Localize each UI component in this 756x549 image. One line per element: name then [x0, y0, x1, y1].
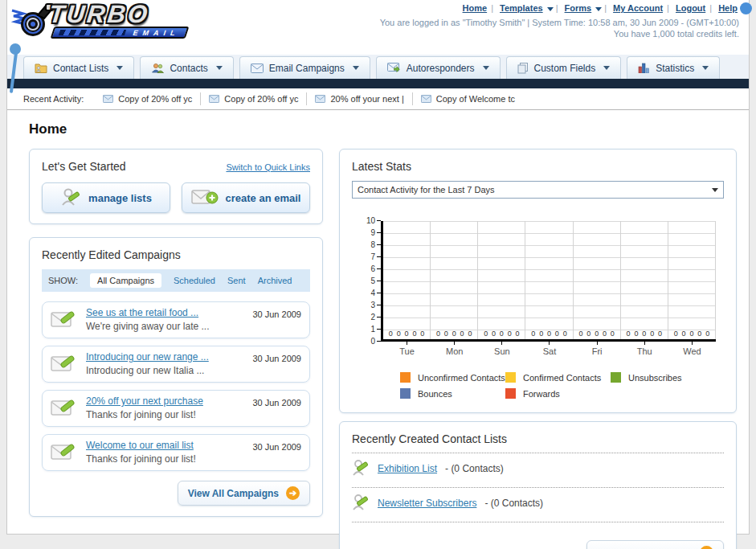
chevron-down-icon: [603, 66, 610, 70]
separator: |: [604, 3, 607, 13]
get-started-title: Let's Get Started: [42, 160, 126, 173]
campaigns-filterbar: SHOW: All Campaigns Scheduled Sent Archi…: [42, 269, 310, 292]
navy-divider-bar: [7, 79, 749, 88]
campaign-title-link[interactable]: Welcome to our email list: [86, 440, 244, 451]
data-value-label: 0: [389, 330, 393, 338]
envelope-icon: [315, 95, 325, 103]
main-content: Home Let's Get Started Switch to Quick L…: [7, 110, 749, 549]
chevron-down-icon: [595, 7, 602, 11]
x-axis-label: Fri: [574, 342, 621, 356]
bar-chart-icon: [638, 63, 650, 73]
nav-link-logout[interactable]: Logout: [676, 3, 705, 13]
campaign-date: 30 Jun 2009: [252, 442, 301, 452]
data-value-label: 0: [420, 330, 424, 338]
filter-scheduled[interactable]: Scheduled: [174, 276, 215, 285]
data-value-label: 0: [397, 330, 401, 338]
turbocharger-icon: [10, 2, 54, 39]
y-tick-label: 10: [366, 216, 381, 225]
chart-day-group: 00000: [525, 221, 573, 339]
nav-link-forms[interactable]: Forms: [565, 3, 592, 13]
campaign-date: 30 Jun 2009: [252, 398, 301, 408]
data-value-label: 0: [444, 330, 448, 338]
stats-period-select[interactable]: Contact Activity for the Last 7 Days: [352, 181, 724, 199]
tab-label: Autoresponders: [407, 63, 475, 74]
campaign-list-item[interactable]: Welcome to our email list Thanks for joi…: [42, 434, 310, 471]
header: TURBO EMAIL Home| Templates| Forms| My A…: [7, 0, 749, 55]
tab-autoresponders[interactable]: Autoresponders: [376, 56, 501, 79]
campaign-list-item[interactable]: 20% off your next purchase Thanks for jo…: [42, 390, 310, 427]
view-all-campaigns-button[interactable]: View All Campaigns ➔: [178, 481, 310, 506]
tab-contact-lists[interactable]: Contact Lists: [23, 56, 134, 79]
contact-lists-title: Recently Created Contact Lists: [352, 432, 724, 445]
nav-link-templates[interactable]: Templates: [500, 3, 543, 13]
recent-activity-label: Recent Activity:: [23, 94, 84, 104]
tab-custom-fields[interactable]: Custom Fields: [506, 56, 622, 79]
recent-activity-item[interactable]: Copy of 20% off yc: [201, 92, 307, 105]
recent-activity-item[interactable]: Copy of 20% off yc: [95, 92, 201, 105]
envelope-arrow-icon: [387, 63, 401, 73]
legend-swatch: [400, 372, 411, 383]
campaign-list: See us at the retail food ... We're givi…: [42, 301, 310, 471]
data-value-label: 0: [634, 330, 638, 338]
arrow-right-icon: ➔: [700, 546, 713, 549]
decorative-dot: [740, 2, 752, 14]
data-value-label: 0: [689, 330, 693, 338]
people-icon: [151, 63, 164, 73]
header-right: Home| Templates| Forms| My Account| Logo…: [380, 3, 739, 39]
contact-list-item[interactable]: Exhibition List - (0 Contacts): [352, 453, 724, 480]
data-value-label: 0: [547, 330, 551, 338]
data-value-label: 0: [627, 330, 631, 338]
tab-contacts[interactable]: Contacts: [140, 56, 233, 79]
y-tick-label: 5: [370, 277, 381, 285]
switch-to-quick-links[interactable]: Switch to Quick Links: [226, 162, 310, 172]
campaign-title-link[interactable]: Introducing our new range ...: [86, 351, 244, 363]
logo-subtitle: EMAIL: [132, 29, 181, 37]
legend-swatch: [505, 372, 516, 383]
data-value-label: 0: [492, 330, 496, 338]
campaign-date: 30 Jun 2009: [252, 309, 301, 319]
envelope-icon: [421, 95, 431, 103]
y-tick-label: 3: [370, 301, 381, 309]
chart-day-group: 00000: [574, 221, 621, 339]
contact-list-link[interactable]: Newsletter Subscribers: [378, 498, 476, 509]
chevron-down-icon: [547, 7, 554, 11]
tab-email-campaigns[interactable]: Email Campaigns: [239, 56, 370, 79]
campaign-title-link[interactable]: See us at the retail food ...: [86, 307, 244, 318]
data-value-label: 0: [412, 330, 416, 338]
recent-activity-item[interactable]: Copy of Welcome tc: [413, 92, 523, 105]
manage-lists-button[interactable]: manage lists: [42, 182, 170, 213]
create-an-email-button[interactable]: create an email: [182, 182, 310, 213]
nav-link-my-account[interactable]: My Account: [613, 3, 663, 13]
contact-list-link[interactable]: Exhibition List: [378, 463, 437, 474]
tab-statistics[interactable]: Statistics: [627, 56, 720, 79]
campaign-list-item[interactable]: See us at the retail food ... We're givi…: [42, 301, 310, 338]
see-all-contact-lists-button[interactable]: See All Contact Lists ➔: [586, 540, 724, 549]
stats-select-wrap: Contact Activity for the Last 7 Days: [352, 181, 724, 199]
data-value-label: 0: [563, 330, 567, 338]
campaign-list-item[interactable]: Introducing our new range ... Introducin…: [42, 346, 310, 383]
chart-day-group: 00000: [478, 221, 525, 339]
data-value-label: 0: [697, 330, 701, 338]
activity-item-label: 20% off your next |: [330, 94, 403, 104]
nav-link-help[interactable]: Help: [718, 3, 738, 13]
data-value-label: 0: [405, 330, 409, 338]
campaign-title-link[interactable]: 20% off your next purchase: [86, 395, 244, 407]
filter-sent[interactable]: Sent: [227, 276, 246, 285]
filter-archived[interactable]: Archived: [258, 276, 292, 285]
separator: |: [709, 3, 712, 13]
data-value-label: 0: [452, 330, 456, 338]
logo-email-bar: EMAIL: [51, 27, 190, 39]
campaign-subtitle: Introducing our new Italia ...: [86, 365, 204, 376]
envelope-icon: [103, 95, 113, 103]
campaigns-title: Recently Edited Campaigns: [42, 248, 310, 261]
nav-link-home[interactable]: Home: [463, 3, 488, 13]
contact-list-item[interactable]: Newsletter Subscribers - (0 Contacts): [352, 488, 724, 514]
campaign-subtitle: Thanks for joining our list!: [86, 453, 196, 465]
turbo-email-logo: TURBO EMAIL: [10, 2, 187, 39]
data-value-label: 0: [603, 330, 607, 338]
recent-activity-item[interactable]: 20% off your next |: [307, 92, 412, 105]
filter-all-campaigns[interactable]: All Campaigns: [90, 273, 161, 288]
x-axis-label: Thu: [621, 342, 668, 356]
legend-swatch: [505, 388, 516, 399]
legend-label: Unconfirmed Contacts: [418, 373, 505, 383]
